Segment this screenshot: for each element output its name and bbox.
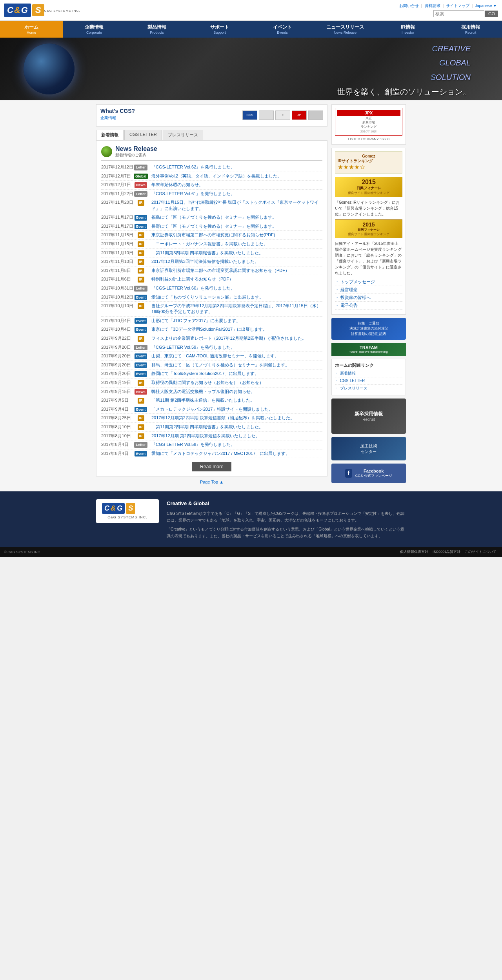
news-link-1[interactable]: 海外事例Vol.2（英語、タイ語、インドネシア語）を掲載しました。 xyxy=(151,174,282,178)
badge-label-6: Event xyxy=(135,224,147,230)
news-link-area-6: 長野にて「区（モノづくりを極める）セミナー」を開催します。 xyxy=(151,223,276,229)
nav-corporate[interactable]: 企業情報 Corporate xyxy=(63,21,126,38)
news-link-4[interactable]: 2017年11月15日、当社代表取締役社長 塩田が「ストックボイス『東京マーケッ… xyxy=(151,200,318,210)
logo[interactable]: C & G S C&G SYSTEMS INC. xyxy=(4,4,80,17)
iso-link[interactable]: ISO9001品質方針 xyxy=(433,550,461,554)
news-link-0[interactable]: 『CGS-LETTER Vol.62』を発行しました。 xyxy=(151,165,235,169)
news-link-15[interactable]: 当社グループの平成29年12月期第3四半期決算発表予定日程は、2017年11月1… xyxy=(151,303,321,314)
news-link-6[interactable]: 長野にて「区（モノづくりを極める）セミナー」を開催します。 xyxy=(151,224,276,228)
recruit-banner[interactable]: 新卒採用情報 Recruit xyxy=(331,399,406,434)
news-link-18[interactable]: フィスよりの企業調査レポート（2017年12月期第2四半期）が配信されました。 xyxy=(151,336,306,341)
news-badge-12: IR xyxy=(133,276,149,283)
ranking-stars: ★★★★☆ xyxy=(338,164,400,171)
news-link-31[interactable]: 愛知にて「メカトロテックジャパン2017 / MECT2017」に出展します。 xyxy=(151,451,290,456)
news-link-9[interactable]: 「第11期第3四半期 四半期報告書」を掲載いたしました。 xyxy=(151,250,263,255)
badge-label-26: Event xyxy=(135,407,147,413)
news-date-16: 2017年10月4日 xyxy=(101,318,133,324)
news-link-7[interactable]: 東京証券取引所市場第二部への市場変更に関するお知らせ(PDF) xyxy=(151,232,275,237)
sitemap-link[interactable]: サイトマップ xyxy=(446,4,469,8)
news-link-12[interactable]: 特別利益の計上に関するお知らせ（PDF） xyxy=(151,277,233,281)
top-message-link[interactable]: ・ トップメッセージ xyxy=(335,278,402,286)
nav-ir-en: Investor xyxy=(378,31,437,34)
news-link-19[interactable]: 『CGS-LETTER Vol.59』を発行しました。 xyxy=(151,345,235,350)
contact-link[interactable]: お問い合せ xyxy=(399,4,419,8)
news-link-area-25: 「第11期 第2四半期株主通信」を掲載いたしました。 xyxy=(151,397,255,403)
nav-events[interactable]: イベント Events xyxy=(251,21,314,38)
news-link-29[interactable]: 2017年12月期 第2四半期決算短信を掲載いたしました。 xyxy=(151,433,260,438)
news-link-26[interactable]: 「メカトロテックジャパン2017」特設サイトを開設しました。 xyxy=(151,407,273,411)
news-link-23[interactable]: 取得役の異動に関するお知らせ（お知らせ）（お知らせ） xyxy=(151,380,264,385)
nav-home[interactable]: ホーム Home xyxy=(0,21,63,38)
news-link-8[interactable]: 「コーポレート・ガバナンス報告書」を掲載いたしました。 xyxy=(151,241,268,246)
news-list: 2017年12月12日Letter『CGS-LETTER Vol.62』を発行し… xyxy=(101,163,322,458)
news-link-17[interactable]: 東京にて「3Dデータ活用SolutionFair2017」に出展します。 xyxy=(151,327,267,331)
related-shinchaku-link[interactable]: ・ 新着情報 xyxy=(335,370,402,377)
news-link-11[interactable]: 東京証券取引所市場第二部への市場変更承認に関するお知らせ（PDF） xyxy=(151,268,289,273)
language-link[interactable]: Japanese ▼ xyxy=(475,4,497,8)
logo-area: C & G S C&G SYSTEMS INC. xyxy=(4,4,80,17)
news-link-28[interactable]: 「第11期第2四半期 四半期報告書」を掲載いたしました。 xyxy=(151,424,263,429)
news-link-area-2: 年末年始休暇のお知らせ。 xyxy=(151,182,203,188)
tech-banner[interactable]: 加工技術センター xyxy=(331,437,406,460)
news-date-17: 2017年10月4日 xyxy=(101,326,133,332)
badge-label-11: IR xyxy=(138,268,144,274)
news-link-3[interactable]: 『CGS-LETTER Vol.61』を発行しました。 xyxy=(151,191,235,196)
jpx-subtitle: 東証新興市場ランキング xyxy=(337,116,400,129)
nav-support[interactable]: サポート Support xyxy=(188,21,251,38)
philosophy-link[interactable]: ・ 経営理念 xyxy=(335,286,402,294)
facebook-banner[interactable]: f Facebook CGS 公式ファンページ xyxy=(331,464,406,483)
thumb-2: e xyxy=(275,110,290,120)
badge-label-10: IR xyxy=(138,259,144,265)
news-link-13[interactable]: 『CGS-LETTER Vol.60』を発行しました。 xyxy=(151,286,235,290)
nav-recruit[interactable]: 採用情報 Recruit xyxy=(439,21,502,38)
search-button[interactable]: GO xyxy=(485,11,498,17)
news-link-22[interactable]: 静岡にて「Tool&System Solution2017」に出展します。 xyxy=(151,371,259,376)
related-letter-link[interactable]: ・ CGS-LETTER xyxy=(335,377,402,385)
related-press-link[interactable]: ・ プレスリリース xyxy=(335,385,402,392)
tab-press[interactable]: プレスリリース xyxy=(163,130,203,140)
whats-header: What's CGS? 企業情報 CGS e JP xyxy=(100,108,323,121)
news-link-2[interactable]: 年末年始休暇のお知らせ。 xyxy=(151,182,203,187)
badge-label-4: IR xyxy=(138,200,144,206)
corporate-link[interactable]: 企業情報 xyxy=(100,116,116,120)
news-link-30[interactable]: 『CGS-LETTER Vol.58』を発行しました。 xyxy=(151,442,235,447)
nav-ir[interactable]: IR情報 Investor xyxy=(376,21,439,38)
content-tabs: 新着情報 CGS-LETTER プレスリリース xyxy=(96,130,327,140)
recruit-text: 新卒採用情報 xyxy=(355,411,383,417)
main-nav: ホーム Home 企業情報 Corporate 製品情報 Products サポ… xyxy=(0,21,502,38)
page-top-link[interactable]: Page Top ▲ xyxy=(200,480,224,484)
nav-ir-jp: IR情報 xyxy=(378,24,437,31)
notice-banner[interactable]: 招集 ご通知決算計算書類の添付注記計算書類の個別注記表 xyxy=(331,318,406,340)
trafam-subtitle: future-additive transforming xyxy=(334,350,404,353)
news-item-17: 2017年10月4日Event東京にて「3Dデータ活用SolutionFair2… xyxy=(101,325,322,334)
jpx-badge: JPX 東証新興市場ランキング 2016年10月 LISTED COMPANY … xyxy=(335,108,402,141)
materials-link[interactable]: 資料請求 xyxy=(425,4,440,8)
trafam-banner[interactable]: TRAFAM future-additive transforming xyxy=(331,343,406,356)
whats-title: What's CGS? xyxy=(100,108,135,114)
privacy-link[interactable]: 個人情報保護方針 xyxy=(400,550,428,554)
search-input[interactable] xyxy=(433,10,484,17)
nav-support-en: Support xyxy=(190,31,249,34)
nav-products[interactable]: 製品情報 Products xyxy=(126,21,188,38)
news-link-14[interactable]: 愛知にて「ものづくりソリューション展」に出展します。 xyxy=(151,295,264,299)
news-link-16[interactable]: 山形にて「JTIC フェア2017」に出展します。 xyxy=(151,318,240,323)
nav-news[interactable]: ニュースリリース News Release xyxy=(314,21,376,38)
copyright-text: © C&G SYSTEMS INC. xyxy=(4,550,41,554)
news-link-20[interactable]: 山梨、東京にて「CAM-TOOL 適用改善セミナー」を開催します。 xyxy=(151,353,279,358)
read-more-button[interactable]: Read more xyxy=(192,462,231,471)
tab-cgs-letter[interactable]: CGS-LETTER xyxy=(124,130,162,140)
news-link-area-22: 静岡にて「Tool&System Solution2017」に出展します。 xyxy=(151,371,259,377)
about-link[interactable]: このサイトについて xyxy=(465,550,497,554)
news-link-5[interactable]: 福島にて「区（モノづくりを極める）セミナー」を開催します。 xyxy=(151,215,276,219)
news-link-27[interactable]: 2017年12月期第2四半期 決算短信書類（補足配布）を掲載いたしました。 xyxy=(151,415,295,420)
tab-shinchaku[interactable]: 新着情報 xyxy=(96,130,124,140)
investor-link[interactable]: ・ 投資家の皆様へ xyxy=(335,294,402,302)
news-link-25[interactable]: 「第11期 第2四半期株主通信」を掲載いたしました。 xyxy=(151,398,255,402)
news-badge-24: News xyxy=(133,389,149,395)
news-badge-29: IR xyxy=(133,433,149,439)
news-link-21[interactable]: 群馬、埼玉にて「区（モノづくりを極める）セミナー」を開催します。 xyxy=(151,362,289,367)
news-link-24[interactable]: 弊社大阪支店の電話交換機トラブル復旧のお知らせ。 xyxy=(151,389,255,394)
electronic-link[interactable]: ・ 電子公告 xyxy=(335,302,402,310)
badge-label-1: Global xyxy=(134,174,148,179)
news-link-10[interactable]: 2017年12月期第3回半期決算短信を掲載いたしました。 xyxy=(151,259,259,264)
